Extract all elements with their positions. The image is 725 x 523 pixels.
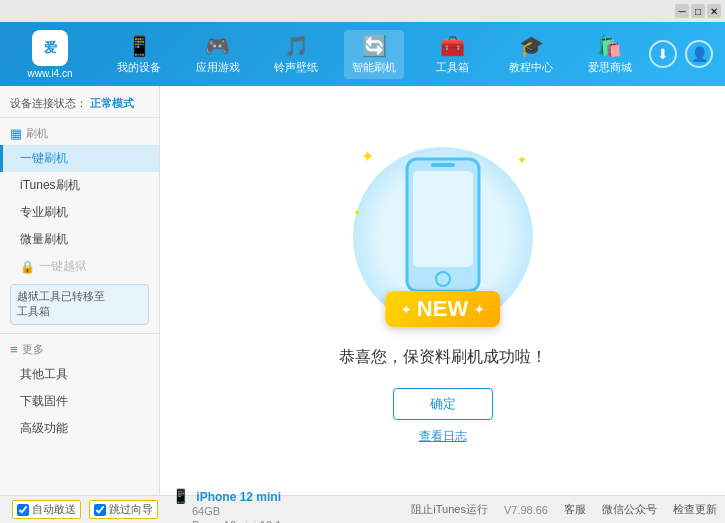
sidebar-item-micro[interactable]: 微量刷机 bbox=[0, 226, 159, 253]
jailbreak-note: 越狱工具已转移至工具箱 bbox=[10, 284, 149, 325]
user-button[interactable]: 👤 bbox=[685, 40, 713, 68]
sidebar-item-advanced[interactable]: 高级功能 bbox=[0, 415, 159, 442]
ringtones-icon: 🎵 bbox=[284, 34, 309, 58]
nav-ringtones[interactable]: 🎵 铃声壁纸 bbox=[266, 30, 326, 79]
auto-send-checkbox[interactable]: 自动敢送 bbox=[12, 500, 81, 519]
smart-shop-icon: 🔄 bbox=[362, 34, 387, 58]
wechat-link[interactable]: 微信公众号 bbox=[602, 502, 657, 517]
bottom-left: 自动敢送 跳过向导 bbox=[8, 500, 168, 519]
my-device-label: 我的设备 bbox=[117, 60, 161, 75]
lock-icon: 🔒 bbox=[20, 260, 35, 274]
new-badge: ✦ NEW ✦ bbox=[385, 291, 501, 327]
toolbox-icon: 🧰 bbox=[440, 34, 465, 58]
shop-icon: 🛍️ bbox=[597, 34, 622, 58]
service-link[interactable]: 客服 bbox=[564, 502, 586, 517]
version-text: V7.98.66 bbox=[504, 504, 548, 516]
ringtones-label: 铃声壁纸 bbox=[274, 60, 318, 75]
shop-label: 爱思商城 bbox=[588, 60, 632, 75]
content-area: ✦ ✦ ✦ ✦ NEW ✦ 恭喜您，保资料刷机成功啦！ 确定 查看日志 bbox=[160, 86, 725, 495]
nav-apps[interactable]: 🎮 应用游戏 bbox=[188, 30, 248, 79]
auto-send-input[interactable] bbox=[17, 504, 29, 516]
apps-label: 应用游戏 bbox=[196, 60, 240, 75]
my-device-icon: 📱 bbox=[127, 34, 152, 58]
maximize-button[interactable]: □ bbox=[691, 4, 705, 18]
nav-tutorial[interactable]: 🎓 教程中心 bbox=[501, 30, 561, 79]
device-model: Down-12mini-13,1 bbox=[172, 519, 281, 524]
logo-text: www.i4.cn bbox=[27, 68, 72, 79]
sparkle-top-left-icon: ✦ bbox=[361, 147, 374, 166]
section-flash[interactable]: ▦ 刷机 bbox=[0, 122, 159, 145]
nav-toolbox[interactable]: 🧰 工具箱 bbox=[423, 30, 483, 79]
smart-shop-label: 智能刷机 bbox=[352, 60, 396, 75]
skip-wizard-checkbox[interactable]: 跳过向导 bbox=[89, 500, 158, 519]
device-status: 设备连接状态： 正常模式 bbox=[0, 90, 159, 118]
device-icon: 📱 bbox=[172, 488, 189, 504]
update-link[interactable]: 检查更新 bbox=[673, 502, 717, 517]
toolbox-label: 工具箱 bbox=[436, 60, 469, 75]
more-section-icon: ≡ bbox=[10, 342, 18, 357]
logo-icon: 爱 bbox=[32, 30, 68, 66]
tutorial-label: 教程中心 bbox=[509, 60, 553, 75]
bottom-right: 阻止iTunes运行 V7.98.66 客服 微信公众号 检查更新 bbox=[411, 502, 717, 517]
minimize-button[interactable]: ─ bbox=[675, 4, 689, 18]
logo-area: 爱 www.i4.cn bbox=[0, 30, 100, 79]
header: 爱 www.i4.cn 📱 我的设备 🎮 应用游戏 🎵 铃声壁纸 🔄 智能刷机 … bbox=[0, 22, 725, 86]
sidebar-item-one-click[interactable]: 一键刷机 bbox=[0, 145, 159, 172]
sidebar: 设备连接状态： 正常模式 ▦ 刷机 一键刷机 iTunes刷机 专业刷机 微量刷… bbox=[0, 86, 160, 495]
tutorial-icon: 🎓 bbox=[519, 34, 544, 58]
sidebar-item-other-tools[interactable]: 其他工具 bbox=[0, 361, 159, 388]
flash-section-icon: ▦ bbox=[10, 126, 22, 141]
sidebar-divider bbox=[0, 333, 159, 334]
sidebar-item-itunes[interactable]: iTunes刷机 bbox=[0, 172, 159, 199]
close-button[interactable]: ✕ bbox=[707, 4, 721, 18]
device-storage: 64GB bbox=[172, 505, 220, 517]
nav-bar: 📱 我的设备 🎮 应用游戏 🎵 铃声壁纸 🔄 智能刷机 🧰 工具箱 🎓 教程中心… bbox=[100, 22, 649, 86]
itunes-status: 阻止iTunes运行 bbox=[411, 502, 488, 517]
sidebar-item-pro[interactable]: 专业刷机 bbox=[0, 199, 159, 226]
section-more[interactable]: ≡ 更多 bbox=[0, 338, 159, 361]
title-bar: ─ □ ✕ bbox=[0, 0, 725, 22]
view-log-link[interactable]: 查看日志 bbox=[419, 428, 467, 445]
sparkle-top-right-icon: ✦ bbox=[517, 153, 527, 167]
nav-my-device[interactable]: 📱 我的设备 bbox=[109, 30, 169, 79]
device-info-area: 📱 iPhone 12 mini 64GB Down-12mini-13,1 bbox=[168, 488, 411, 524]
device-name: iPhone 12 mini bbox=[196, 490, 281, 504]
download-button[interactable]: ⬇ bbox=[649, 40, 677, 68]
skip-wizard-input[interactable] bbox=[94, 504, 106, 516]
success-message: 恭喜您，保资料刷机成功啦！ bbox=[339, 347, 547, 368]
header-right: ⬇ 👤 bbox=[649, 40, 725, 68]
nav-shop[interactable]: 🛍️ 爱思商城 bbox=[580, 30, 640, 79]
svg-rect-1 bbox=[413, 171, 473, 267]
confirm-button[interactable]: 确定 bbox=[393, 388, 493, 420]
apps-icon: 🎮 bbox=[205, 34, 230, 58]
nav-smart-shop[interactable]: 🔄 智能刷机 bbox=[344, 30, 404, 79]
bottom-bar: 自动敢送 跳过向导 📱 iPhone 12 mini 64GB Down-12m… bbox=[0, 495, 725, 523]
sidebar-item-jailbreak-locked: 🔒 一键越狱 bbox=[0, 253, 159, 280]
svg-rect-3 bbox=[431, 163, 455, 167]
sparkle-left-icon: ✦ bbox=[353, 207, 361, 218]
phone-illustration bbox=[403, 155, 483, 298]
main-area: 设备连接状态： 正常模式 ▦ 刷机 一键刷机 iTunes刷机 专业刷机 微量刷… bbox=[0, 86, 725, 495]
sidebar-item-download-fw[interactable]: 下载固件 bbox=[0, 388, 159, 415]
